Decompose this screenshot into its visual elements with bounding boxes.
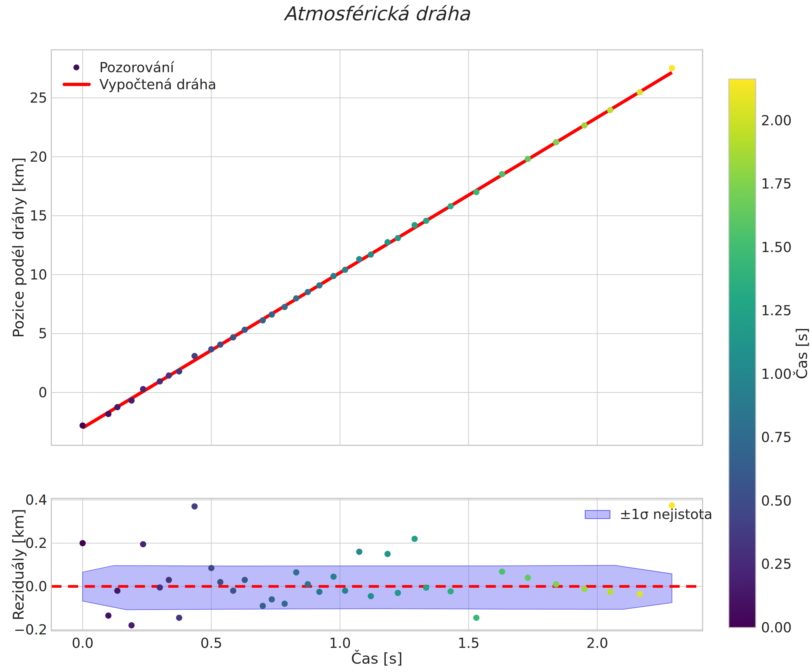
residual-point	[412, 536, 418, 542]
scatter-point	[637, 89, 643, 96]
residual-point	[423, 584, 429, 591]
colorbar-tick-label: 2.00	[761, 113, 791, 128]
residual-y-tick-label: 0.4	[25, 492, 47, 508]
scatter-point	[412, 222, 418, 228]
scatter-point	[607, 107, 613, 113]
scatter-point	[208, 346, 214, 352]
scatter-point	[669, 65, 675, 71]
scatter-point	[525, 156, 531, 162]
scatter-point	[165, 372, 172, 379]
residual-point	[192, 503, 198, 509]
scatter-point	[293, 295, 299, 301]
scatter-point	[282, 304, 288, 310]
scatter-point	[176, 368, 182, 375]
scatter-point	[473, 189, 479, 195]
residual-point	[305, 581, 311, 587]
scatter-point	[385, 239, 391, 246]
legend-scatter-marker-icon	[73, 64, 79, 71]
residual-point	[176, 615, 182, 621]
scatter-point	[342, 267, 348, 273]
legend-item-observations: Pozorování	[100, 59, 174, 76]
residual-point	[268, 596, 275, 603]
residual-point	[282, 601, 288, 607]
x-tick-label: 1.5	[458, 635, 479, 651]
residual-point	[165, 577, 172, 583]
legend-line-marker-icon	[62, 83, 91, 86]
residual-point	[105, 612, 111, 619]
residual-point	[385, 551, 391, 557]
colorbar-tick-label: 1.75	[761, 176, 791, 192]
scatter-point	[499, 171, 505, 177]
scatter-point	[268, 312, 275, 318]
colorbar-tick-label: 1.50	[761, 239, 791, 255]
main-y-tick-label: 10	[30, 267, 47, 283]
legend-band-marker-icon	[585, 510, 611, 519]
residual-point	[157, 584, 163, 591]
scatter-point	[230, 334, 236, 340]
residual-point	[473, 615, 479, 621]
residual-point	[553, 581, 559, 587]
colorbar-tick-label: 0.75	[761, 429, 791, 445]
legend-item-fit: Vypočtená dráha	[100, 76, 216, 93]
main-y-tick-label: 15	[30, 207, 47, 224]
scatter-point	[423, 218, 429, 224]
residual-point	[330, 574, 336, 580]
residual-point	[80, 540, 86, 546]
residual-point	[242, 577, 248, 583]
scatter-point	[105, 411, 111, 417]
main-y-tick-label: 0	[39, 384, 47, 401]
legend-item-uncertainty: ±1σ nejistota	[620, 506, 712, 522]
x-tick-label: 0.5	[201, 635, 222, 651]
chart-canvas: 0510152025−0.20.00.20.40.00.51.01.52.00.…	[0, 0, 810, 672]
scatter-point	[80, 422, 86, 429]
colorbar-tick-label: 1.00	[761, 366, 791, 382]
residual-point	[260, 603, 266, 609]
scatter-point	[368, 251, 374, 258]
residual-point	[581, 586, 587, 592]
residual-point	[637, 591, 643, 597]
scatter-point	[395, 235, 401, 241]
scatter-point	[114, 404, 120, 411]
residual-point	[525, 575, 531, 581]
main-y-tick-label: 25	[30, 90, 47, 106]
scatter-point	[140, 386, 146, 392]
residual-point	[316, 589, 322, 595]
x-tick-label: 0.0	[72, 635, 93, 651]
main-y-axis-label: Pozice podél dráhy [km]	[10, 157, 27, 338]
scatter-point	[128, 397, 135, 404]
residual-y-tick-label: 0.0	[25, 578, 47, 595]
scatter-point	[316, 282, 322, 288]
residual-y-tick-label: 0.2	[25, 535, 47, 551]
main-y-tick-label: 20	[30, 149, 47, 165]
x-tick-label: 1.0	[329, 635, 351, 651]
residual-point	[368, 593, 374, 599]
residual-y-tick-label: −0.2	[14, 621, 47, 638]
figure: 0510152025−0.20.00.20.40.00.51.01.52.00.…	[0, 0, 810, 672]
scatter-point	[242, 327, 248, 333]
scatter-point	[260, 317, 266, 323]
scatter-point	[192, 353, 198, 359]
residual-point	[230, 588, 236, 594]
scatter-point	[581, 122, 587, 128]
residual-point	[447, 588, 454, 595]
residual-point	[293, 569, 299, 575]
scatter-point	[157, 378, 163, 384]
main-y-tick-label: 5	[39, 325, 47, 342]
scatter-point	[217, 342, 223, 348]
residual-point	[208, 565, 214, 571]
page-title: Atmosférická dráha	[284, 3, 470, 25]
residual-point	[395, 589, 401, 596]
scatter-point	[447, 203, 454, 209]
colorbar-tick-label: 0.00	[761, 620, 791, 636]
residual-point	[217, 579, 223, 585]
residual-point	[342, 588, 348, 594]
colorbar-tick-label: 0.50	[761, 493, 791, 509]
residual-point	[607, 589, 613, 595]
scatter-point	[356, 256, 363, 262]
x-tick-label: 2.0	[586, 635, 608, 651]
colorbar	[729, 79, 756, 628]
residual-point	[356, 549, 363, 555]
residual-point	[114, 588, 120, 594]
colorbar-tick-label: 1.25	[761, 302, 791, 318]
colorbar-label: Čas [s]	[793, 328, 810, 379]
